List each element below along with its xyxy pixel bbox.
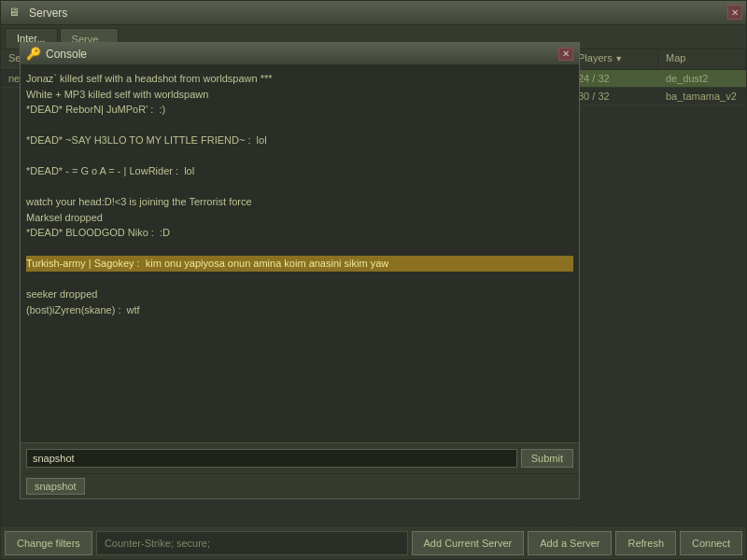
add-server-button[interactable]: Add a Server <box>528 531 612 555</box>
connect-button[interactable]: Connect <box>680 531 742 555</box>
console-title-bar: 🔑 Console ✕ <box>21 43 579 65</box>
map-cell-1: ba_tamama_v2 <box>658 88 746 105</box>
add-current-server-button[interactable]: Add Current Server <box>412 531 525 555</box>
players-cell-0: 24 / 32 <box>571 70 658 87</box>
server-row-0[interactable]: 24 / 32 de_dust2 <box>571 70 746 88</box>
change-filters-button[interactable]: Change filters <box>5 531 92 555</box>
main-window: 🖥 Servers ✕ Inter... Serve... Server neo… <box>0 0 747 560</box>
log-line: Marksel dropped <box>26 210 573 226</box>
console-submit-button[interactable]: Submit <box>521 449 573 468</box>
console-icon: 🔑 <box>26 47 41 61</box>
log-line: White + MP3 killed self with worldspawn <box>26 87 573 103</box>
right-panel: Players Map 24 / 32 de_dust2 30 / 32 ba_… <box>571 49 746 525</box>
log-line: Jonaz` killed self with a headshot from … <box>26 71 573 87</box>
log-line: *DEAD* - = G o A = - | LowRider : lol <box>26 163 573 179</box>
console-overlay: 🔑 Console ✕ Jonaz` killed self with a he… <box>20 42 580 499</box>
console-autocomplete: snapshot <box>21 473 579 498</box>
players-column-header[interactable]: Players <box>571 49 658 69</box>
map-column-header[interactable]: Map <box>658 49 746 69</box>
log-line <box>26 179 573 195</box>
console-title: Console <box>46 48 558 61</box>
log-line <box>26 272 573 287</box>
status-text: Counter-Strike; secure; <box>96 531 408 555</box>
players-cell-1: 30 / 32 <box>571 88 658 105</box>
console-input-area: Submit <box>21 442 579 473</box>
console-close-button[interactable]: ✕ <box>558 48 573 61</box>
right-panel-list: 24 / 32 de_dust2 30 / 32 ba_tamama_v2 <box>571 70 746 525</box>
log-line: Turkish-army | Sagokey : kim onu yapiyos… <box>26 256 573 272</box>
console-log: Jonaz` killed self with a headshot from … <box>21 65 579 442</box>
log-line <box>26 118 573 133</box>
servers-icon: 🖥 <box>8 6 23 21</box>
right-panel-header: Players Map <box>571 49 746 70</box>
server-row-1[interactable]: 30 / 32 ba_tamama_v2 <box>571 88 746 105</box>
map-cell-0: de_dust2 <box>658 70 746 87</box>
log-line <box>26 241 573 257</box>
bottom-bar: Change filters Counter-Strike; secure; A… <box>1 525 746 559</box>
log-line: *DEAD* ReborN| JuMPoR' : :) <box>26 102 573 118</box>
log-line: seeker dropped <box>26 287 573 302</box>
log-line <box>26 148 573 164</box>
console-input[interactable] <box>26 449 517 468</box>
log-line: *DEAD* BLOODGOD Niko : :D <box>26 225 573 241</box>
log-line: *DEAD* ~SAY H3LLO TO MY LITTLE FRIEND~ :… <box>26 133 573 148</box>
title-bar: 🖥 Servers ✕ <box>1 1 746 25</box>
log-line: (bost)iZyren(skane) : wtf <box>26 302 573 318</box>
window-title: Servers <box>29 7 739 20</box>
refresh-button[interactable]: Refresh <box>615 531 676 555</box>
autocomplete-suggestion[interactable]: snapshot <box>26 478 85 495</box>
log-line: watch your head:D!<3 is joining the Terr… <box>26 194 573 210</box>
window-close-button[interactable]: ✕ <box>727 5 742 20</box>
